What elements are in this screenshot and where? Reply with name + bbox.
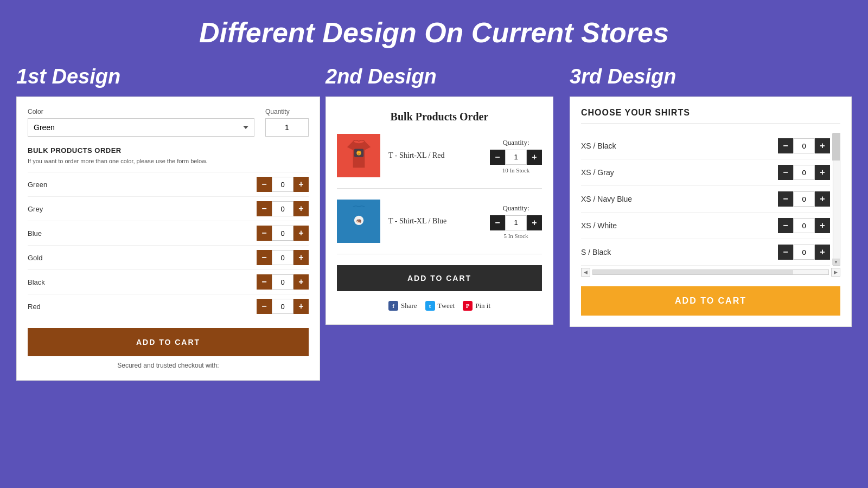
decrement-xs-gray[interactable]: − — [778, 165, 793, 180]
decrement-button-product1[interactable]: − — [490, 150, 505, 165]
stock-text-2: 5 In Stock — [503, 233, 528, 239]
add-to-cart-button-3[interactable]: ADD TO CART — [581, 286, 840, 316]
decrement-button-red[interactable]: − — [257, 299, 272, 314]
product-image-red: 😺 — [337, 134, 380, 177]
bulk-row-grey: Grey − + — [28, 196, 309, 221]
design-2-title: Bulk Products Order — [337, 111, 542, 123]
bulk-title: BULK PRODUCTS ORDER — [28, 146, 309, 155]
qty-input-blue[interactable] — [272, 226, 293, 241]
qty-input-grey[interactable] — [272, 201, 293, 216]
increment-button-product1[interactable]: + — [527, 150, 542, 165]
qty-input-black[interactable] — [272, 274, 293, 290]
bulk-row-label-black: Black — [28, 278, 257, 286]
design-2-card: Bulk Products Order 😺 T - Shirt-XL / Red… — [326, 97, 553, 325]
share-facebook[interactable]: f Share — [388, 301, 417, 311]
qty-input-green[interactable] — [272, 177, 293, 192]
add-to-cart-button-1[interactable]: ADD TO CART — [28, 328, 309, 356]
product-row-red: 😺 T - Shirt-XL / Red Quantity: − + 10 In… — [337, 134, 542, 189]
increment-button-product2[interactable]: + — [527, 215, 542, 230]
page-title: Different Design On Current Stores — [0, 0, 868, 60]
increment-button-grey[interactable]: + — [293, 201, 309, 216]
increment-xs-gray[interactable]: + — [815, 165, 830, 180]
shirt-row-xs-gray: XS / Gray − + — [581, 159, 830, 186]
bulk-row-black: Black − + — [28, 269, 309, 294]
secure-text: Secured and trusted checkout with: — [28, 362, 309, 369]
qty-input-xs-navy[interactable] — [793, 191, 815, 207]
bulk-row-label-gold: Gold — [28, 254, 257, 262]
qty-input-red[interactable] — [272, 299, 293, 314]
decrement-xs-navy[interactable]: − — [778, 191, 793, 207]
increment-button-red[interactable]: + — [293, 299, 309, 314]
increment-button-green[interactable]: + — [293, 177, 309, 192]
decrement-button-black[interactable]: − — [257, 274, 272, 290]
shirt-row-xs-black: XS / Black − + — [581, 133, 830, 159]
bulk-row-label: Green — [28, 181, 257, 189]
qty-label-1: Quantity: — [502, 138, 529, 147]
shirt-row-label-xs-white: XS / White — [581, 221, 778, 230]
shirt-row-label-s-black: S / Black — [581, 248, 778, 256]
decrement-s-black[interactable]: − — [778, 245, 793, 260]
bulk-row-red: Red − + — [28, 294, 309, 318]
bulk-row-gold: Gold − + — [28, 245, 309, 269]
design-1-label: 1st Design — [16, 65, 320, 88]
shirt-row-label-xs-navy: XS / Navy Blue — [581, 195, 778, 203]
qty-input-s-black[interactable] — [793, 245, 815, 260]
decrement-xs-white[interactable]: − — [778, 218, 793, 233]
add-to-cart-button-2[interactable]: ADD TO CART — [337, 265, 542, 291]
share-twitter[interactable]: t Tweet — [425, 301, 455, 311]
qty-input-xs-white[interactable] — [793, 218, 815, 233]
increment-button-blue[interactable]: + — [293, 226, 309, 241]
share-pinterest[interactable]: P Pin it — [463, 301, 490, 311]
color-select[interactable]: Green Grey Blue Gold Black Red — [28, 118, 254, 137]
decrement-button-product2[interactable]: − — [490, 215, 505, 230]
product-row-blue: 🦔 T - Shirt-XL / Blue Quantity: − + 5 In… — [337, 200, 542, 254]
scroll-container: XS / Black − + XS / Gray − — [581, 133, 840, 277]
choose-title: CHOOSE YOUR SHIRTS — [581, 108, 840, 124]
social-share-bar: f Share t Tweet P Pin it — [337, 301, 542, 311]
scroll-right-btn[interactable]: ▶ — [831, 268, 840, 277]
design-1-wrapper: 1st Design Color Green Grey Blue Gold Bl… — [16, 65, 320, 381]
design-2-label: 2nd Design — [326, 65, 553, 88]
design-3-wrapper: 3rd Design CHOOSE YOUR SHIRTS XS / Black… — [570, 65, 852, 327]
qty-input-product2[interactable] — [505, 215, 527, 230]
design-3-card: CHOOSE YOUR SHIRTS XS / Black − + — [570, 97, 852, 327]
bulk-subtitle: If you want to order more than one color… — [28, 158, 309, 164]
bulk-row-blue: Blue − + — [28, 221, 309, 245]
increment-s-black[interactable]: + — [815, 245, 830, 260]
design-2-wrapper: 2nd Design Bulk Products Order 😺 T - Shi… — [326, 65, 553, 325]
product-name-blue: T - Shirt-XL / Blue — [388, 217, 482, 226]
color-label: Color — [28, 108, 254, 115]
product-name-red: T - Shirt-XL / Red — [388, 151, 482, 160]
share-label: Share — [401, 301, 417, 310]
decrement-button-grey[interactable]: − — [257, 201, 272, 216]
shirt-row-s-black: S / Black − + — [581, 239, 830, 266]
pin-label: Pin it — [475, 301, 490, 310]
tweet-label: Tweet — [438, 301, 455, 310]
increment-button-gold[interactable]: + — [293, 250, 309, 265]
design-1-card: Color Green Grey Blue Gold Black Red Qua… — [16, 97, 320, 381]
product-image-blue: 🦔 — [337, 200, 380, 243]
stock-text-1: 10 In Stock — [502, 167, 530, 174]
increment-xs-black[interactable]: + — [815, 138, 830, 153]
shirt-row-xs-navy: XS / Navy Blue − + — [581, 186, 830, 213]
increment-xs-white[interactable]: + — [815, 218, 830, 233]
decrement-button-green[interactable]: − — [257, 177, 272, 192]
qty-input-gold[interactable] — [272, 250, 293, 265]
shirt-row-xs-white: XS / White − + — [581, 213, 830, 239]
qty-input-product1[interactable] — [505, 150, 527, 165]
decrement-xs-black[interactable]: − — [778, 138, 793, 153]
bulk-row-label-red: Red — [28, 303, 257, 311]
increment-xs-navy[interactable]: + — [815, 191, 830, 207]
bulk-row-green: Green − + — [28, 172, 309, 196]
decrement-button-gold[interactable]: − — [257, 250, 272, 265]
scroll-left-btn[interactable]: ◀ — [581, 268, 590, 277]
qty-input-xs-gray[interactable] — [793, 165, 815, 180]
facebook-icon: f — [388, 301, 398, 311]
shirt-row-label-xs-black: XS / Black — [581, 142, 778, 150]
increment-button-black[interactable]: + — [293, 274, 309, 290]
bulk-row-label-grey: Grey — [28, 205, 257, 213]
qty-input-xs-black[interactable] — [793, 138, 815, 153]
quantity-input[interactable] — [265, 118, 309, 137]
decrement-button-blue[interactable]: − — [257, 226, 272, 241]
qty-label-2: Quantity: — [502, 204, 529, 213]
